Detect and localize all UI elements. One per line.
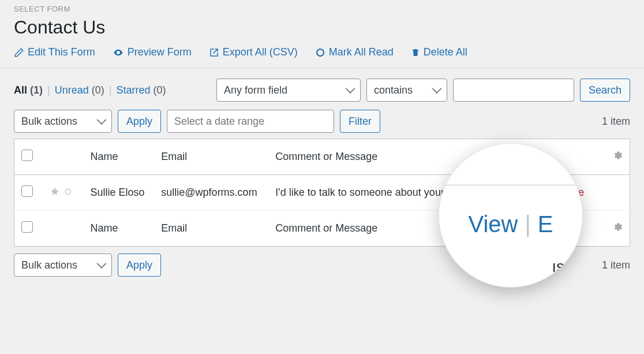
filter-all-count: (1) — [30, 84, 43, 96]
filter-all-label: All — [14, 84, 27, 96]
condition-select-wrap: contains — [366, 79, 447, 102]
magnifier-divider — [439, 185, 583, 185]
edit-form-link[interactable]: Edit This Form — [14, 46, 95, 58]
delete-all-label: Delete All — [424, 46, 467, 58]
filter-starred-label: Starred — [116, 84, 150, 96]
filter-unread-label: Unread — [55, 84, 89, 96]
svg-point-2 — [65, 189, 70, 194]
section-divider — [0, 68, 644, 68]
field-select-wrap: Any form field — [216, 79, 361, 102]
star-icon[interactable] — [50, 187, 59, 199]
form-action-bar: Edit This Form Preview Form Export All (… — [14, 46, 630, 58]
bulk-row: Bulk actions Apply Filter 1 item — [14, 110, 630, 133]
preview-form-link[interactable]: Preview Form — [113, 46, 192, 58]
export-icon — [209, 47, 219, 58]
column-email[interactable]: Email — [154, 139, 268, 175]
trash-icon — [411, 47, 420, 58]
mark-read-link[interactable]: Mark All Read — [315, 46, 394, 58]
magnifier-overlay: View | E ıs — [439, 143, 583, 288]
row-indicators — [50, 187, 72, 199]
edit-form-label: Edit This Form — [28, 46, 95, 58]
filter-starred-count: (0) — [153, 84, 166, 96]
read-indicator-icon[interactable] — [64, 187, 72, 199]
status-filter-links: All (1) | Unread (0) | Starred (0) — [14, 84, 166, 96]
column-name[interactable]: Name — [84, 139, 155, 175]
cell-email: sullie@wpforms.com — [154, 175, 268, 211]
magnifier-actions: View | E — [468, 211, 553, 237]
filter-all[interactable]: All (1) — [14, 84, 43, 96]
export-csv-label: Export All (CSV) — [223, 46, 298, 58]
mark-read-label: Mark All Read — [329, 46, 394, 58]
select-all-checkbox-bottom[interactable] — [21, 221, 33, 233]
page-title[interactable]: Contact Us — [14, 17, 630, 38]
field-select[interactable]: Any form field — [216, 79, 361, 102]
row-checkbox[interactable] — [21, 185, 33, 197]
export-csv-link[interactable]: Export All (CSV) — [209, 46, 298, 58]
cell-name: Sullie Eloso — [84, 175, 155, 211]
condition-select[interactable]: contains — [366, 79, 447, 102]
delete-all-link[interactable]: Delete All — [411, 46, 467, 58]
gear-icon[interactable] — [612, 223, 623, 234]
eye-icon — [113, 47, 124, 58]
item-count-bottom: 1 item — [602, 259, 630, 271]
filter-separator: | — [109, 84, 112, 96]
bulk-actions-select[interactable]: Bulk actions — [14, 110, 112, 133]
preview-form-label: Preview Form — [128, 46, 192, 58]
filter-separator: | — [47, 84, 50, 96]
magnified-view-link[interactable]: View — [468, 211, 518, 237]
svg-point-1 — [317, 49, 324, 56]
apply-button-bottom[interactable]: Apply — [118, 254, 161, 277]
magnified-edit-fragment: E — [538, 211, 553, 237]
filter-button[interactable]: Filter — [340, 110, 380, 133]
apply-button[interactable]: Apply — [118, 110, 161, 133]
select-all-checkbox[interactable] — [21, 150, 33, 161]
filter-unread-count: (0) — [92, 84, 104, 96]
gear-icon[interactable] — [612, 151, 623, 163]
footer-column-email[interactable]: Email — [154, 211, 268, 247]
item-count-top: 1 item — [602, 115, 630, 128]
pencil-icon — [14, 47, 24, 58]
filter-starred[interactable]: Starred (0) — [116, 84, 166, 96]
filter-unread[interactable]: Unread (0) — [55, 84, 104, 96]
bulk-select-wrap: Bulk actions — [14, 110, 112, 133]
filter-row: All (1) | Unread (0) | Starred (0) Any f… — [14, 79, 630, 102]
bulk-select-bottom-wrap: Bulk actions — [14, 254, 112, 277]
date-range-input[interactable] — [167, 110, 334, 133]
search-input[interactable] — [453, 79, 574, 102]
footer-column-name[interactable]: Name — [84, 211, 155, 247]
magnified-separator: | — [525, 211, 530, 237]
bulk-actions-select-bottom[interactable]: Bulk actions — [14, 254, 112, 277]
column-comment[interactable]: Comment or Message — [268, 139, 478, 175]
search-button[interactable]: Search — [580, 79, 630, 102]
svg-point-0 — [117, 51, 119, 53]
circle-icon — [315, 47, 325, 58]
select-form-label: SELECT FORM — [14, 5, 630, 13]
